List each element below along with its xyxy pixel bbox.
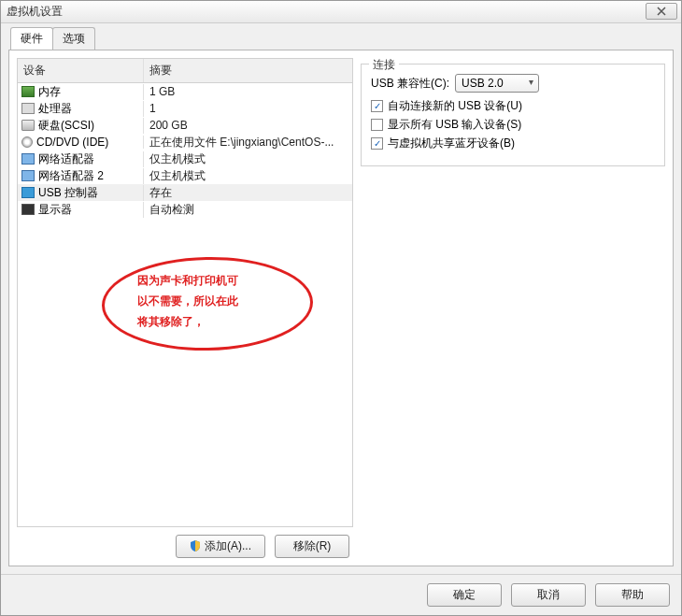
right-panel: 连接 USB 兼容性(C): USB 2.0 ✓ 自动连接新的 USB 设备(U… (361, 58, 665, 558)
left-panel: 设备 摘要 内存1 GB处理器1硬盘(SCSI)200 GBCD/DVD (ID… (17, 58, 353, 558)
window-title: 虚拟机设置 (7, 4, 63, 20)
footer: 确定 取消 帮助 (1, 574, 681, 615)
tabstrip: 硬件 选项 (10, 29, 674, 50)
disp-icon (21, 204, 35, 215)
cd-icon (21, 136, 33, 148)
annotation-line: 将其移除了， (137, 311, 238, 332)
disk-icon (21, 120, 35, 131)
device-name: USB 控制器 (38, 185, 98, 201)
col-header-summary[interactable]: 摘要 (144, 59, 352, 82)
device-name: 处理器 (38, 101, 72, 117)
shield-icon (190, 540, 201, 552)
device-name: 网络适配器 (38, 151, 94, 167)
vm-settings-window: 虚拟机设置 硬件 选项 设备 摘要 内存1 GB处理器1硬盘(SCSI)200 … (0, 0, 682, 616)
left-buttons: 添加(A)... 移除(R) (17, 535, 353, 558)
net-icon (21, 170, 35, 181)
table-row[interactable]: 处理器1 (18, 100, 352, 117)
cpu-icon (21, 103, 35, 114)
close-button[interactable] (646, 3, 677, 20)
device-summary: 200 GB (144, 119, 352, 132)
remove-button[interactable]: 移除(R) (275, 535, 349, 558)
device-summary: 存在 (144, 185, 352, 201)
checkbox-icon: ✓ (371, 100, 383, 112)
device-name: CD/DVD (IDE) (36, 136, 108, 149)
chk-show-label: 显示所有 USB 输入设备(S) (388, 117, 521, 133)
table-row[interactable]: 网络适配器仅主机模式 (18, 150, 352, 167)
device-name: 硬盘(SCSI) (38, 118, 94, 134)
table-row[interactable]: 硬盘(SCSI)200 GB (18, 117, 352, 134)
annotation-line: 以不需要，所以在此 (137, 291, 238, 311)
hardware-list: 设备 摘要 内存1 GB处理器1硬盘(SCSI)200 GBCD/DVD (ID… (17, 58, 353, 527)
checkbox-icon (371, 119, 383, 131)
device-name: 网络适配器 2 (38, 168, 104, 184)
annotation-text: 因为声卡和打印机可 以不需要，所以在此 将其移除了， (137, 270, 238, 332)
titlebar: 虚拟机设置 (1, 1, 681, 23)
usb-compat-select[interactable]: USB 2.0 (455, 74, 539, 93)
table-row[interactable]: 网络适配器 2仅主机模式 (18, 167, 352, 184)
cancel-button[interactable]: 取消 (511, 583, 586, 607)
help-button[interactable]: 帮助 (595, 583, 670, 607)
device-summary: 1 (144, 102, 352, 115)
tab-hardware[interactable]: 硬件 (10, 27, 53, 50)
annotation-ellipse (101, 255, 314, 352)
device-summary: 仅主机模式 (144, 168, 352, 184)
checkbox-icon: ✓ (371, 137, 383, 150)
annotation-line: 因为声卡和打印机可 (137, 270, 238, 291)
device-summary: 仅主机模式 (144, 151, 352, 167)
hardware-list-header: 设备 摘要 (18, 59, 352, 83)
chk-bt-label: 与虚拟机共享蓝牙设备(B) (388, 136, 515, 151)
chk-auto-connect[interactable]: ✓ 自动连接新的 USB 设备(U) (371, 98, 655, 114)
ok-button[interactable]: 确定 (427, 583, 502, 607)
mem-icon (21, 86, 35, 97)
device-name: 内存 (38, 84, 61, 100)
table-row[interactable]: 显示器自动检测 (18, 201, 352, 218)
chk-show-all[interactable]: 显示所有 USB 输入设备(S) (371, 117, 655, 133)
tab-options[interactable]: 选项 (52, 27, 95, 50)
device-name: 显示器 (38, 202, 72, 218)
content-area: 硬件 选项 设备 摘要 内存1 GB处理器1硬盘(SCSI)200 GBCD/D… (1, 23, 681, 574)
usb-icon (21, 187, 35, 198)
col-header-device[interactable]: 设备 (18, 59, 144, 82)
table-row[interactable]: USB 控制器存在 (18, 184, 352, 201)
usb-compat-label: USB 兼容性(C): (371, 76, 449, 92)
connection-group-title: 连接 (369, 57, 399, 73)
close-icon (657, 7, 666, 16)
table-row[interactable]: CD/DVD (IDE)正在使用文件 E:\jingxiang\CentOS-.… (18, 134, 352, 150)
device-summary: 1 GB (144, 85, 352, 98)
add-button[interactable]: 添加(A)... (176, 535, 265, 558)
device-summary: 自动检测 (144, 202, 352, 218)
chk-auto-label: 自动连接新的 USB 设备(U) (388, 98, 522, 114)
net-icon (21, 153, 35, 165)
device-summary: 正在使用文件 E:\jingxiang\CentOS-... (144, 135, 352, 150)
add-button-label: 添加(A)... (205, 539, 251, 552)
chk-share-bluetooth[interactable]: ✓ 与虚拟机共享蓝牙设备(B) (371, 136, 655, 151)
connection-group: 连接 USB 兼容性(C): USB 2.0 ✓ 自动连接新的 USB 设备(U… (361, 64, 665, 166)
hardware-rows: 内存1 GB处理器1硬盘(SCSI)200 GBCD/DVD (IDE)正在使用… (18, 83, 352, 526)
usb-compat-row: USB 兼容性(C): USB 2.0 (371, 74, 655, 93)
table-row[interactable]: 内存1 GB (18, 83, 352, 100)
body-area: 设备 摘要 内存1 GB处理器1硬盘(SCSI)200 GBCD/DVD (ID… (8, 50, 674, 566)
